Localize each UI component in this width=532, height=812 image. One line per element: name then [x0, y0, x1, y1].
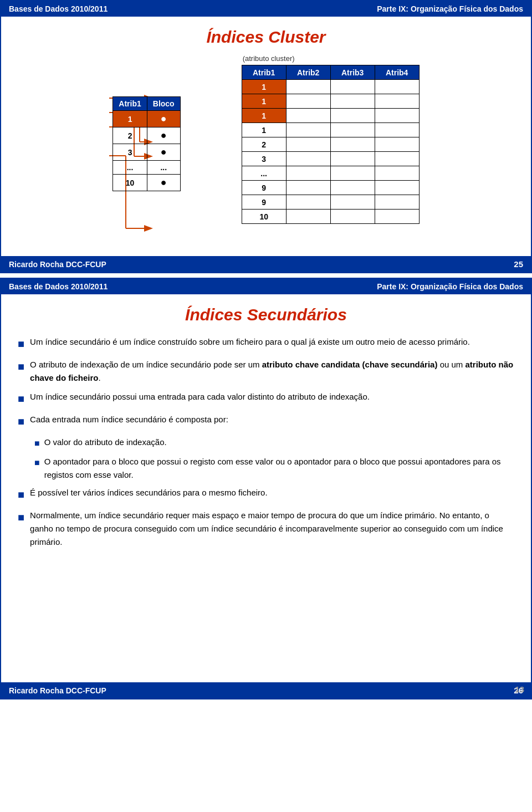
rt-r10c4 — [375, 210, 419, 224]
right-col-atrib1: Atrib1 — [242, 65, 286, 80]
right-col-atrib2: Atrib2 — [286, 65, 330, 80]
table-row: 2 — [242, 137, 419, 152]
right-col-atrib3: Atrib3 — [330, 65, 375, 80]
bullet-icon-6: ■ — [18, 508, 24, 526]
rt-r9c4 — [375, 195, 419, 210]
left-cell-bloco-dots: ... — [147, 161, 180, 175]
right-table-wrapper: (atributo cluster) Atrib1 Atrib2 Atrib3 … — [242, 54, 420, 224]
bullet-text-1: Um índice secundário é um índice constru… — [30, 335, 470, 349]
slide2-title: Índices Secundários — [18, 305, 514, 324]
rt-r6c2 — [286, 152, 330, 166]
bullet-text-4: Cada entrada num índice secundário é com… — [30, 413, 228, 426]
bullet-sub-icon-4-2: ■ — [34, 456, 40, 470]
slide-2: Bases de Dados 2010/2011 Parte IX: Organ… — [0, 278, 532, 699]
rt-r9c2 — [286, 195, 330, 210]
bullet-sub-text-4-1: O valor do atributo de indexação. — [44, 436, 167, 449]
rt-r2c2 — [286, 94, 330, 109]
slide1-header-left: Bases de Dados 2010/2011 — [9, 4, 108, 13]
table-row: ... ... — [113, 161, 180, 175]
corner-number: 13 — [515, 685, 524, 694]
bullet-text-6: Normalmente, um índice secundário requer… — [30, 509, 514, 549]
slide1-footer: Ricardo Rocha DCC-FCUP 25 — [1, 256, 531, 272]
bullet-icon-5: ■ — [18, 486, 24, 503]
rt-r3c2 — [286, 109, 330, 123]
rt-r7c2 — [286, 166, 330, 181]
rt-r1c3 — [330, 80, 375, 94]
rt-r10c2 — [286, 210, 330, 224]
bullet-sub-text-4-2: O apontador para o bloco que possui o re… — [44, 455, 514, 482]
bullet-icon-3: ■ — [18, 390, 24, 407]
rt-r3c3 — [330, 109, 375, 123]
bullet-text-2: O atributo de indexação de um índice sec… — [30, 358, 514, 385]
rt-r3c1: 1 — [242, 109, 286, 123]
table-row: 1 — [242, 123, 419, 137]
slide1-header-right: Parte IX: Organização Física dos Dados — [377, 4, 523, 13]
rt-r8c1: 9 — [242, 181, 286, 195]
left-cell-bloco-3: ● — [147, 144, 180, 161]
rt-r2c4 — [375, 94, 419, 109]
left-cell-atrib1-10: 10 — [113, 175, 147, 191]
rt-r9c3 — [330, 195, 375, 210]
rt-r10c1: 10 — [242, 210, 286, 224]
slide1-body: Índices Cluster — [1, 17, 531, 256]
rt-r1c2 — [286, 80, 330, 94]
table-row: 10 — [242, 210, 419, 224]
bullet-icon-4: ■ — [18, 412, 24, 430]
rt-r4c2 — [286, 123, 330, 137]
rt-r7c3 — [330, 166, 375, 181]
right-col-atrib4: Atrib4 — [375, 65, 419, 80]
bullet-sub-4-1: ■ O valor do atributo de indexação. — [34, 436, 514, 451]
rt-r2c3 — [330, 94, 375, 109]
bullet-text-5: É possível ter vários índices secundário… — [30, 486, 268, 499]
bullet-icon-2: ■ — [18, 358, 24, 375]
left-cell-bloco-10: ● — [147, 175, 180, 191]
table-row: ... — [242, 166, 419, 181]
slide1-title: Índices Cluster — [18, 28, 514, 47]
rt-r5c3 — [330, 137, 375, 152]
rt-r7c1: ... — [242, 166, 286, 181]
table-row: 1 — [242, 80, 419, 94]
table-row: 9 — [242, 195, 419, 210]
slide2-header-left: Bases de Dados 2010/2011 — [9, 282, 108, 291]
table-row: 2 ● — [113, 127, 180, 144]
bullet-icon-1: ■ — [18, 335, 24, 353]
left-cell-bloco-1: ● — [147, 111, 180, 127]
table-row: 3 ● — [113, 144, 180, 161]
rt-r8c2 — [286, 181, 330, 195]
slide1-footer-left: Ricardo Rocha DCC-FCUP — [9, 260, 106, 269]
rt-r9c1: 9 — [242, 195, 286, 210]
bullet-main-4: ■ Cada entrada num índice secundário é c… — [18, 413, 514, 430]
slide2-body: Índices Secundários ■ Um índice secundár… — [1, 294, 531, 682]
left-col-bloco: Bloco — [147, 97, 180, 111]
table-row: 3 — [242, 152, 419, 166]
left-cell-atrib1-1: 1 — [113, 111, 147, 127]
atrib-label: (atributo cluster) — [243, 54, 295, 63]
rt-r4c4 — [375, 123, 419, 137]
table-row: 1 — [242, 94, 419, 109]
bullet-main-1: ■ Um índice secundário é um índice const… — [18, 335, 514, 353]
left-col-atrib1: Atrib1 — [113, 97, 147, 111]
left-cell-atrib1-dots: ... — [113, 161, 147, 175]
left-table-wrapper: Atrib1 Bloco 1 ● 2 ● — [112, 75, 213, 191]
table-row: 1 — [242, 109, 419, 123]
rt-r8c3 — [330, 181, 375, 195]
rt-r8c4 — [375, 181, 419, 195]
left-cell-bloco-2: ● — [147, 127, 180, 144]
bullet-main-2: ■ O atributo de indexação de um índice s… — [18, 358, 514, 385]
rt-r6c1: 3 — [242, 152, 286, 166]
bullet-text-3: Um índice secundário possui uma entrada … — [30, 390, 370, 404]
rt-r10c3 — [330, 210, 375, 224]
slide2-footer: Ricardo Rocha DCC-FCUP 26 — [1, 682, 531, 698]
cluster-diagram: Atrib1 Bloco 1 ● 2 ● — [18, 54, 514, 243]
slide-1: Bases de Dados 2010/2011 Parte IX: Organ… — [0, 0, 532, 273]
left-table: Atrib1 Bloco 1 ● 2 ● — [112, 96, 180, 191]
rt-r5c1: 2 — [242, 137, 286, 152]
rt-r4c1: 1 — [242, 123, 286, 137]
bullet-main-3: ■ Um índice secundário possui uma entrad… — [18, 390, 514, 407]
table-row: 9 — [242, 181, 419, 195]
slide2-header: Bases de Dados 2010/2011 Parte IX: Organ… — [1, 279, 531, 294]
rt-r1c1: 1 — [242, 80, 286, 94]
slide2-footer-left: Ricardo Rocha DCC-FCUP — [9, 686, 106, 695]
bullet-section: ■ Um índice secundário é um índice const… — [18, 335, 514, 549]
left-cell-atrib1-3: 3 — [113, 144, 147, 161]
